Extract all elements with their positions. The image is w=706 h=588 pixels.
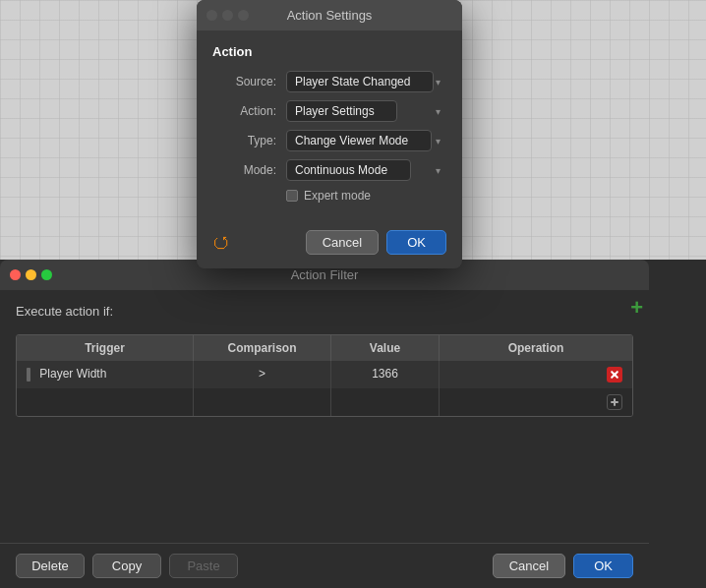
table-header: Trigger Comparison Value Operation [17,335,632,361]
af-cancel-button[interactable]: Cancel [493,554,565,578]
af-body: Execute action if: + Trigger Comparison … [0,290,649,431]
af-minimize-button[interactable] [26,269,36,280]
source-select[interactable]: Player State Changed [286,71,434,92]
maximize-button[interactable] [238,10,249,21]
source-select-wrapper: Player State Changed [286,71,446,92]
th-operation: Operation [440,335,632,361]
modal-body: Action Source: Player State Changed Acti… [197,30,462,230]
action-select-wrapper: Player Settings [286,100,446,122]
th-comparison: Comparison [194,335,331,361]
footer-right-buttons: Cancel OK [493,554,633,578]
af-traffic-lights [10,269,52,280]
mode-select[interactable]: Continuous Mode [286,159,411,181]
td-comparison: > [194,361,331,388]
share-icon[interactable]: ⭯ [212,232,230,253]
af-title: Action Filter [291,267,359,282]
modal-title: Action Settings [287,8,373,23]
action-settings-modal: Action Settings Action Source: Player St… [197,0,462,268]
add-filter-button[interactable]: + [630,295,643,321]
source-row: Source: Player State Changed [212,71,446,92]
table-row: Player Width > 1366 [17,361,632,388]
type-select-wrapper: Change Viewer Mode [286,130,446,151]
expert-mode-label: Expert mode [304,189,371,203]
table-empty-row [17,388,632,416]
af-footer: Delete Copy Paste Cancel OK [0,543,649,588]
source-label: Source: [212,75,276,88]
section-header: Action [212,44,446,59]
modal-titlebar: Action Settings [197,0,462,30]
th-value: Value [331,335,440,361]
modal-footer-buttons: Cancel OK [306,230,446,255]
th-trigger: Trigger [17,335,194,361]
mode-select-wrapper: Continuous Mode [286,159,446,181]
modal-cancel-button[interactable]: Cancel [306,230,379,255]
expert-mode-row: Expert mode [286,189,446,203]
action-select[interactable]: Player Settings [286,100,397,122]
filter-table: Trigger Comparison Value Operation Playe… [16,334,633,417]
action-filter-window: Action Filter Execute action if: + Trigg… [0,260,649,588]
td-value: 1366 [331,361,440,388]
table-row-wrapper: Player Width > 1366 [17,361,632,416]
mode-label: Mode: [212,163,276,177]
af-ok-button[interactable]: OK [573,554,633,578]
execute-label: Execute action if: [16,304,633,319]
expert-mode-checkbox[interactable] [286,190,298,202]
type-label: Type: [212,134,276,147]
af-close-button[interactable] [10,269,21,280]
row-add-button[interactable] [607,394,622,410]
type-row: Type: Change Viewer Mode [212,130,446,151]
copy-button[interactable]: Copy [92,554,161,578]
row-delete-button[interactable] [607,367,622,382]
action-row: Action: Player Settings [212,100,446,122]
td-trigger: Player Width [17,361,194,388]
traffic-lights [206,10,249,21]
delete-button[interactable]: Delete [16,554,85,578]
row-drag-handle[interactable] [27,368,30,382]
paste-button: Paste [169,554,238,578]
modal-ok-button[interactable]: OK [386,230,446,255]
minimize-button[interactable] [222,10,233,21]
mode-row: Mode: Continuous Mode [212,159,446,181]
type-select[interactable]: Change Viewer Mode [286,130,432,151]
footer-left-buttons: Delete Copy Paste [16,554,238,578]
action-label: Action: [212,104,276,118]
af-maximize-button[interactable] [41,269,52,280]
close-button[interactable] [206,10,217,21]
modal-footer: ⭯ Cancel OK [197,230,462,268]
td-operation [440,361,632,388]
